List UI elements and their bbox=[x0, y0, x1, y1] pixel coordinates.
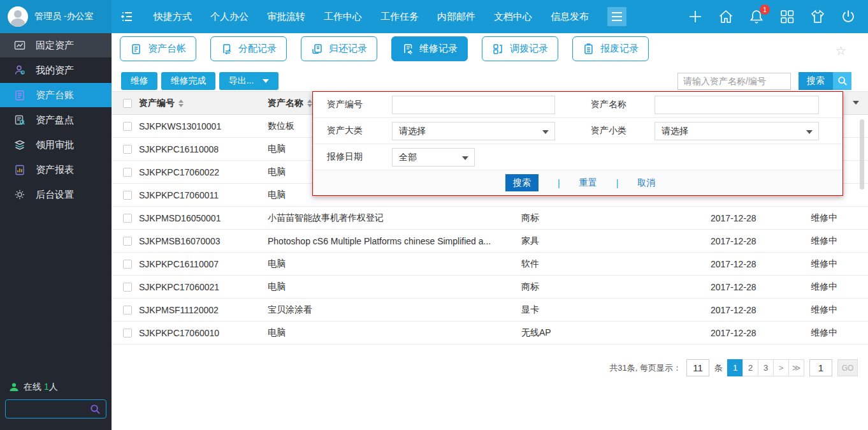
topnav-item[interactable]: 个人办公 bbox=[210, 11, 249, 23]
page-button[interactable]: 1 bbox=[727, 359, 743, 376]
sidebar-item-fixed-assets[interactable]: 固定资产 bbox=[0, 33, 112, 57]
row-checkbox[interactable] bbox=[123, 122, 132, 131]
next-page-button[interactable]: > bbox=[773, 359, 789, 376]
row-checkbox[interactable] bbox=[123, 306, 132, 315]
asset-minor-select[interactable]: 请选择 bbox=[655, 122, 819, 140]
table-row[interactable]: SJKPMSF11120002 宝贝涂涂看 显卡 2017-12-28 维修中 bbox=[112, 299, 868, 322]
sidebar-item-asset-ledger[interactable]: 资产台账 bbox=[0, 83, 112, 107]
table-row[interactable]: SJKPMSD16050001 小苗苗智能故事机著作权登记 商标 2017-12… bbox=[112, 207, 868, 230]
menu-lines-icon[interactable] bbox=[120, 9, 135, 24]
chart-icon bbox=[14, 40, 25, 51]
cell-asset-number: SJKPKPC16110007 bbox=[139, 259, 268, 269]
tab-asset-ledger[interactable]: 资产台帐 bbox=[120, 36, 196, 61]
repair-date-select[interactable]: 全部 bbox=[392, 148, 475, 167]
topnav-item[interactable]: 文档中心 bbox=[494, 11, 532, 23]
select-all-checkbox[interactable] bbox=[123, 99, 132, 108]
tab-return-records[interactable]: 归还记录 bbox=[301, 36, 377, 61]
tab-repair-records[interactable]: 维修记录 bbox=[391, 36, 468, 61]
app-window: 管理员 -办公室 快捷方式 个人办公 审批流转 工作中心 工作任务 内部邮件 文… bbox=[0, 0, 868, 430]
cell-date: 2017-12-28 bbox=[711, 213, 811, 223]
filter-row-1: 资产编号 资产名称 bbox=[313, 92, 843, 118]
goto-page-input[interactable]: 1 bbox=[809, 359, 832, 376]
sidebar-item-label: 资产盘点 bbox=[36, 114, 74, 126]
favorite-star-icon[interactable]: ☆ bbox=[835, 43, 846, 58]
sidebar-item-asset-inventory[interactable]: 资产盘点 bbox=[0, 108, 112, 132]
sidebar: 固定资产 我的资产 资产台账 资产盘点 领用审批 资产报表 后台设置 在线 bbox=[0, 33, 112, 430]
page-button[interactable]: 2 bbox=[742, 359, 758, 376]
column-config-chevron-icon[interactable] bbox=[853, 101, 859, 105]
row-checkbox[interactable] bbox=[123, 191, 132, 200]
table-row[interactable]: SJKPMSB16070003 Photoshop cS6 Multiple P… bbox=[112, 230, 868, 253]
tab-transfer-records[interactable]: 调拨记录 bbox=[482, 36, 558, 61]
cell-status: 维修中 bbox=[811, 281, 868, 293]
asset-major-select[interactable]: 请选择 bbox=[392, 122, 555, 140]
topnav-item[interactable]: 快捷方式 bbox=[154, 11, 192, 23]
page-button[interactable]: 3 bbox=[758, 359, 774, 376]
table-scrollbar[interactable] bbox=[860, 119, 864, 189]
tab-allocation-records[interactable]: 分配记录 bbox=[210, 36, 287, 61]
user-section[interactable]: 管理员 -办公室 bbox=[0, 0, 112, 33]
tab-scrap-records[interactable]: 报废记录 bbox=[572, 36, 649, 61]
topnav-item[interactable]: 审批流转 bbox=[267, 11, 305, 23]
inventory-icon bbox=[14, 114, 25, 126]
online-count: 1 bbox=[44, 382, 49, 392]
export-button[interactable]: 导出... bbox=[219, 72, 278, 90]
go-button[interactable]: GO bbox=[837, 359, 858, 376]
quick-search-button[interactable]: 搜索 bbox=[799, 72, 851, 90]
quick-search-input[interactable] bbox=[677, 73, 791, 90]
repair-button[interactable]: 维修 bbox=[121, 72, 157, 90]
row-checkbox[interactable] bbox=[123, 260, 132, 269]
header-label: 资产名称 bbox=[268, 98, 303, 109]
sort-icon[interactable] bbox=[178, 100, 184, 107]
cell-asset-number: SJKPKPC17060021 bbox=[139, 282, 268, 292]
plus-icon[interactable] bbox=[687, 8, 704, 25]
sidebar-item-requisition-approval[interactable]: 领用审批 bbox=[0, 133, 112, 157]
repair-done-button[interactable]: 维修完成 bbox=[161, 72, 215, 90]
page-size-box[interactable]: 11 bbox=[686, 359, 709, 376]
online-status: 在线 1人 bbox=[9, 382, 58, 393]
topnav-item[interactable]: 工作任务 bbox=[380, 11, 419, 23]
asset-number-input[interactable] bbox=[392, 96, 555, 114]
separator: | bbox=[616, 178, 619, 188]
cell-date: 2017-12-28 bbox=[711, 328, 811, 338]
sort-icon[interactable] bbox=[307, 100, 312, 107]
online-user-search-input[interactable] bbox=[10, 401, 86, 417]
search-label: 搜索 bbox=[799, 72, 833, 90]
filter-cancel-button[interactable]: 取消 bbox=[637, 177, 655, 189]
row-checkbox[interactable] bbox=[123, 237, 132, 246]
asset-name-input[interactable] bbox=[655, 96, 819, 114]
sidebar-item-backend-settings[interactable]: 后台设置 bbox=[0, 182, 112, 207]
avatar bbox=[8, 6, 28, 27]
topnav-item[interactable]: 信息发布 bbox=[551, 11, 589, 23]
home-icon[interactable] bbox=[718, 8, 734, 25]
hamburger-menu-icon[interactable] bbox=[607, 7, 626, 26]
filter-reset-button[interactable]: 重置 bbox=[579, 177, 597, 189]
table-row[interactable]: SJKPKPC17060021 电脑 商标 2017-12-28 维修中 bbox=[112, 276, 868, 299]
filter-search-button[interactable]: 搜索 bbox=[505, 174, 539, 191]
search-icon[interactable] bbox=[90, 404, 101, 415]
row-checkbox[interactable] bbox=[123, 283, 132, 292]
last-page-button[interactable]: ≫ bbox=[788, 359, 804, 376]
table-row[interactable]: SJKPKPC17060010 电脑 无线AP 2017-12-28 维修中 bbox=[112, 322, 868, 345]
shirt-icon[interactable] bbox=[809, 8, 826, 25]
notifications-bell-icon[interactable]: 1 bbox=[748, 8, 765, 25]
notification-badge: 1 bbox=[760, 4, 770, 15]
header-asset-number[interactable]: 资产编号 bbox=[139, 98, 268, 109]
cell-asset-name: 宝贝涂涂看 bbox=[268, 304, 521, 316]
power-icon[interactable] bbox=[840, 8, 857, 25]
cell-asset-name: 小苗苗智能故事机著作权登记 bbox=[268, 212, 521, 224]
row-checkbox[interactable] bbox=[123, 329, 132, 337]
apps-grid-icon[interactable] bbox=[779, 8, 795, 25]
row-checkbox[interactable] bbox=[123, 214, 132, 223]
row-checkbox[interactable] bbox=[123, 168, 132, 177]
cell-category: 商标 bbox=[521, 212, 711, 224]
topnav-item[interactable]: 工作中心 bbox=[324, 11, 362, 23]
sidebar-item-asset-reports[interactable]: 资产报表 bbox=[0, 158, 112, 182]
sidebar-item-my-assets[interactable]: 我的资产 bbox=[0, 58, 112, 82]
asset-major-label: 资产大类 bbox=[327, 125, 363, 137]
sidebar-item-label: 后台设置 bbox=[36, 189, 74, 201]
table-row[interactable]: SJKPKPC16110007 电脑 软件 2017-12-28 维修中 bbox=[112, 253, 868, 276]
tab-label: 分配记录 bbox=[238, 43, 277, 55]
topnav-item[interactable]: 内部邮件 bbox=[437, 11, 475, 23]
row-checkbox[interactable] bbox=[123, 145, 132, 154]
